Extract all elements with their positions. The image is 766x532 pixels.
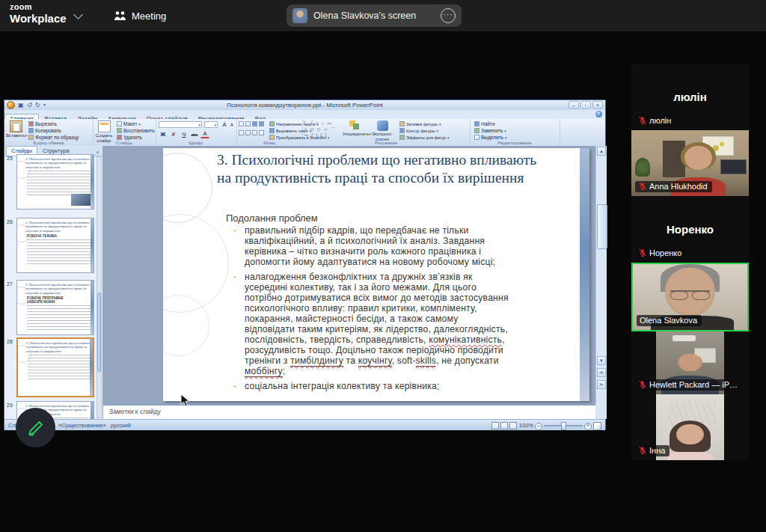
shared-screen-title: Olena Slavkova's screen	[313, 10, 435, 21]
participant-name-label: Інна	[635, 445, 670, 456]
text-direction-icon	[269, 121, 275, 126]
slide-side-band	[580, 148, 589, 401]
bold-button[interactable]: Ж	[159, 130, 168, 139]
align-left-icon[interactable]	[239, 130, 244, 135]
align-center-icon[interactable]	[245, 130, 251, 135]
zoom-app-window: zoom Workplace Meeting Olena Slavkova's …	[0, 0, 766, 532]
justify-icon[interactable]	[259, 130, 264, 135]
close-panel-icon[interactable]: ×	[93, 149, 102, 156]
help-icon[interactable]: ?	[595, 111, 602, 117]
fit-to-window-icon[interactable]	[593, 422, 601, 430]
align-text-icon	[269, 128, 275, 133]
slide-title[interactable]: 3. Психологічні проблеми що негативно вп…	[217, 151, 543, 188]
smartart-icon	[269, 135, 275, 140]
slide-bullet: налагодження безконфліктних та дружніх з…	[232, 272, 510, 376]
thumbnail-number: 25	[7, 156, 13, 161]
thumbnail-number: 28	[7, 339, 13, 344]
align-right-icon[interactable]	[252, 130, 257, 135]
shape-effects-icon	[399, 135, 405, 140]
zoom-slider-handle[interactable]	[561, 422, 566, 430]
muted-mic-icon	[638, 116, 647, 125]
indent-icon[interactable]	[252, 121, 257, 126]
ribbon-group-editing: Найти Заменить▾ Выделить▾ Редактирование	[470, 119, 560, 146]
maximize-button[interactable]: ▫	[580, 101, 591, 108]
participant-tile-4[interactable]: Olena Slavkova	[631, 263, 749, 331]
participant-tile-3[interactable]: НоренкоНоренко	[631, 196, 749, 263]
status-language-label[interactable]: русский	[111, 422, 131, 429]
mouse-cursor	[180, 394, 191, 407]
slide-thumbnail-28[interactable]: 3. Психологічні проблеми що негативно вп…	[16, 337, 94, 397]
select-icon	[474, 135, 479, 140]
status-theme-label: «Существование»	[58, 422, 106, 429]
previous-slide-button[interactable]: ≪	[597, 368, 606, 377]
font-size-select[interactable]	[204, 121, 218, 128]
minimize-button[interactable]: –	[569, 101, 579, 108]
next-slide-button[interactable]: ≫	[597, 380, 606, 389]
format-painter-icon	[28, 135, 34, 140]
ppt-window-title: Психологія командоутворення.ppt - Micros…	[4, 100, 605, 110]
current-slide[interactable]: 3. Психологічні проблеми що негативно вп…	[163, 148, 589, 401]
participant-tile-5[interactable]: Hewlett Packard — iP…	[631, 331, 749, 394]
shared-screen-pill[interactable]: Olena Slavkova's screen ···	[287, 4, 462, 27]
find-button[interactable]: Найти	[474, 120, 507, 127]
font-color-button[interactable]: А	[200, 130, 209, 138]
notes-area[interactable]: Заметки к слайду	[103, 404, 595, 419]
close-button[interactable]: ×	[592, 101, 603, 108]
annotation-pencil-button[interactable]	[16, 408, 55, 447]
participant-tile-6[interactable]: Інна	[631, 394, 749, 460]
paste-button[interactable]: Вставить▾	[6, 120, 25, 138]
participants-strip: люлінлюлінAnna HlukhodidНоренкоНоренкоOl…	[631, 64, 749, 460]
shapes-gallery[interactable]: ╲ ╱ □ ○ ▭△ ▽ ◇ ☆ ⌒〜 ( ) { }	[304, 120, 340, 138]
paste-icon	[10, 120, 22, 132]
scroll-down-icon[interactable]: ▼	[597, 356, 606, 365]
replace-button[interactable]: Заменить▾	[474, 127, 507, 134]
zoom-level-label: 100%	[519, 422, 533, 429]
vertical-scrollbar[interactable]: ▲ ▼ ≪ ≫	[595, 146, 607, 404]
participant-tile-1[interactable]: люлінлюлін	[631, 64, 749, 130]
slide-thumbnail-26[interactable]: 3. Психологічні проблеми що негативно вп…	[16, 218, 94, 273]
shape-fill-button[interactable]: Заливка фигуры▾	[399, 120, 449, 127]
reset-button[interactable]: Восстановить	[117, 127, 155, 134]
layout-button[interactable]: Макет▾	[117, 120, 155, 127]
zoom-out-button[interactable]: –	[535, 423, 542, 430]
copy-button[interactable]: Копировать	[28, 127, 79, 134]
italic-button[interactable]: К	[169, 130, 178, 139]
cut-button[interactable]: Вырезать	[28, 120, 79, 127]
shrink-font-button[interactable]: А̀	[227, 120, 236, 129]
replace-icon	[474, 128, 479, 133]
shape-outline-button[interactable]: Контур фигуры▾	[399, 127, 449, 134]
slide-bullet-list[interactable]: правильний підбір кадрів, що передбачає …	[232, 225, 510, 396]
bullet-list-icon[interactable]	[239, 121, 244, 126]
more-options-icon[interactable]: ···	[441, 8, 456, 23]
view-buttons[interactable]	[491, 422, 517, 429]
find-icon	[474, 121, 479, 126]
thumbnail-number: 27	[7, 281, 13, 287]
scrollbar-thumb[interactable]	[597, 204, 607, 249]
quick-styles-button[interactable]: Экспресс-стили▾	[370, 120, 395, 141]
scroll-up-icon[interactable]: ▲	[597, 147, 606, 156]
numbered-list-icon[interactable]	[245, 121, 251, 126]
arrange-icon	[349, 120, 361, 131]
arrange-button[interactable]: Упорядочить▾	[343, 120, 367, 137]
chevron-down-icon[interactable]	[73, 10, 83, 19]
reset-icon	[117, 128, 122, 133]
strikethrough-button[interactable]: abc	[190, 130, 199, 139]
participant-tile-2[interactable]: Anna Hlukhodid	[631, 130, 749, 196]
participant-name-label: люлін	[635, 115, 675, 126]
slide-subtitle[interactable]: Подолання проблем	[226, 213, 318, 224]
ribbon-group-slides: Создать слайд▾ Макет▾ Восстановить Удали…	[93, 119, 156, 146]
line-spacing-icon[interactable]	[259, 121, 264, 126]
participant-name-label: Olena Slavkova	[637, 315, 702, 326]
workplace-logo-text: Workplace	[10, 13, 67, 24]
slide-bullet: правильний підбір кадрів, що передбачає …	[232, 225, 510, 267]
slide-thumbnail-27[interactable]: 3. Психологічні проблеми що негативно вп…	[16, 280, 94, 335]
zoom-logo-text: zoom	[10, 3, 67, 11]
font-name-select[interactable]	[159, 121, 202, 128]
tab-meeting[interactable]: Meeting	[114, 6, 166, 25]
underline-button[interactable]: Ч	[180, 130, 189, 139]
layout-icon	[117, 121, 122, 126]
thumbnail-scrollbar[interactable]	[96, 156, 102, 418]
slide-thumbnail-25[interactable]: 3. Психологічні проблеми що негативно вп…	[16, 154, 94, 210]
zoom-in-button[interactable]: +	[584, 423, 592, 430]
slide-editing-area: 3. Психологічні проблеми що негативно вп…	[103, 146, 595, 404]
